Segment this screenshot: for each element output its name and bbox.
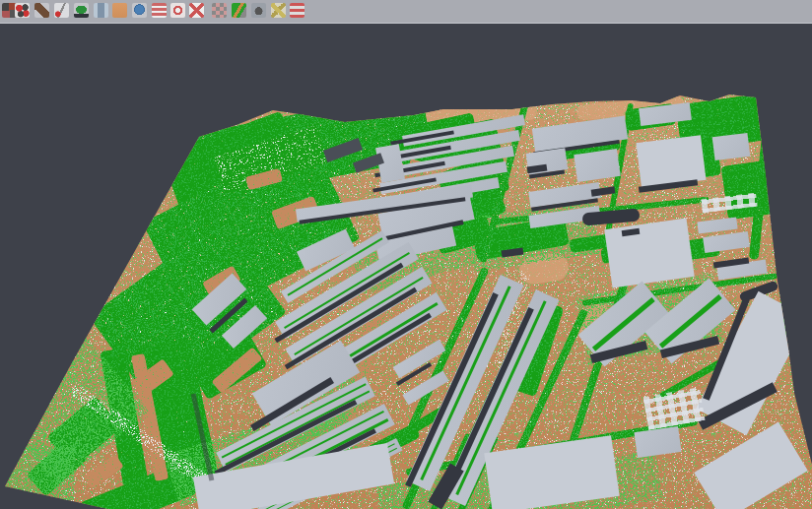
classify-icon[interactable]: [232, 3, 246, 18]
terrain-feature-roof: [712, 133, 751, 160]
align-points-icon[interactable]: [15, 3, 30, 18]
terrain-feature-roof: [697, 218, 737, 234]
globe-icon[interactable]: [132, 3, 147, 18]
ring-icon[interactable]: [170, 3, 185, 18]
terrain-feature-roofL: [694, 421, 808, 509]
toolbar: [0, 0, 812, 24]
ortho-image-icon[interactable]: [112, 3, 127, 18]
3d-viewport[interactable]: [0, 24, 812, 509]
terrain-feature-veg: [720, 159, 781, 220]
terrain-feature-roof: [634, 426, 681, 458]
camera-icon[interactable]: [251, 3, 266, 18]
terrain-feature-roofL: [604, 218, 695, 287]
application-window: [0, 0, 812, 509]
clip-box-icon[interactable]: [189, 3, 204, 18]
terrain-model[interactable]: [0, 24, 812, 509]
cross-arrows-icon[interactable]: [271, 3, 286, 18]
hill-icon[interactable]: [74, 3, 89, 18]
profile-icon[interactable]: [54, 3, 69, 18]
column-icon[interactable]: [94, 3, 108, 18]
red-bars-icon[interactable]: [290, 3, 304, 18]
terrain-feature-roofL: [484, 435, 619, 509]
segment-icon[interactable]: [212, 3, 227, 18]
terrain-feature-roof: [703, 231, 750, 253]
terrain-icon[interactable]: [34, 3, 49, 18]
list-icon[interactable]: [152, 3, 167, 18]
terrain-feature-roof: [574, 149, 620, 182]
terrain-feature-spr: [5, 447, 74, 506]
